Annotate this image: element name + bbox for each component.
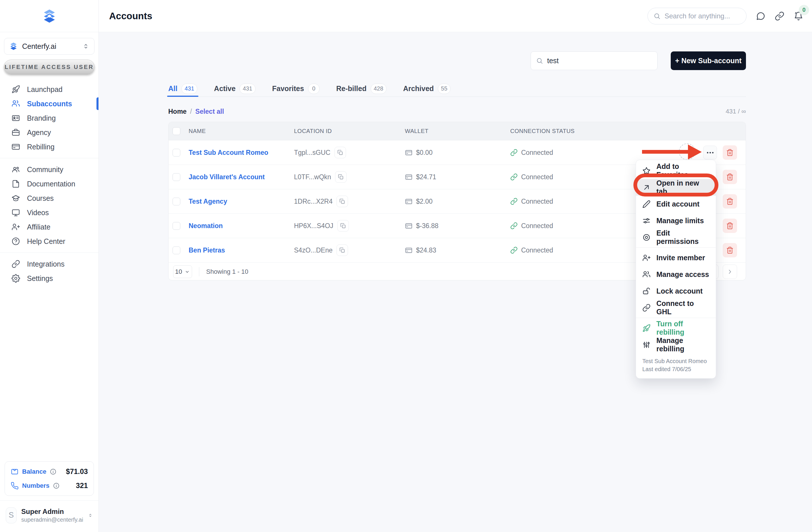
- users-icon: [642, 270, 651, 279]
- accounts-search[interactable]: [531, 52, 657, 70]
- global-search-input[interactable]: [664, 12, 740, 20]
- notifications[interactable]: 0: [794, 11, 803, 21]
- sidebar-item-videos[interactable]: Videos: [0, 205, 99, 220]
- link-icon[interactable]: [775, 11, 784, 21]
- menu-item-add-to-favorites[interactable]: Add to Favorites: [636, 162, 716, 179]
- page-title: Accounts: [109, 11, 152, 21]
- credit-card-icon: [405, 222, 412, 230]
- sidebar-item-agency[interactable]: Agency: [0, 125, 99, 140]
- sidebar-item-settings[interactable]: Settings: [0, 271, 99, 286]
- breadcrumb: Home / Select all 431 / ∞: [168, 106, 746, 116]
- sidebar-item-integrations[interactable]: Integrations: [0, 257, 99, 271]
- row-checkbox[interactable]: [173, 198, 180, 205]
- copy-location-id-button[interactable]: [336, 196, 348, 207]
- graduation-cap-icon: [12, 194, 20, 202]
- select-all-checkbox[interactable]: [173, 127, 180, 135]
- sidebar-item-rebilling[interactable]: Rebilling: [0, 140, 99, 154]
- menu-item-edit-account[interactable]: Edit account: [636, 196, 716, 212]
- account-name-link[interactable]: Ben Pietras: [189, 246, 294, 254]
- sidebar: Centerfy.ai LIFETIME ACCESS USER Launchp…: [0, 0, 99, 532]
- balance-value: $71.03: [66, 468, 88, 476]
- chat-icon[interactable]: [756, 11, 766, 21]
- tab-label: All: [168, 84, 177, 93]
- trash-icon: [726, 173, 734, 181]
- menu-item-manage-rebilling[interactable]: Manage rebilling: [636, 336, 716, 353]
- connected-link-icon: [510, 198, 518, 205]
- menu-divider: [636, 247, 716, 248]
- copy-icon: [337, 149, 344, 156]
- menu-divider: [636, 318, 716, 318]
- connection-status: Connected: [521, 149, 553, 157]
- next-page-button[interactable]: [723, 264, 737, 279]
- copy-location-id-button[interactable]: [334, 147, 346, 158]
- menu-item-invite-member[interactable]: Invite member: [636, 249, 716, 266]
- connected-link-icon: [510, 149, 518, 156]
- delete-account-button[interactable]: [723, 243, 737, 257]
- sidebar-item-launchpad[interactable]: Launchpad: [0, 82, 99, 97]
- tab-count: 0: [308, 84, 320, 94]
- tab-rebilled[interactable]: Re-billed 428: [336, 83, 387, 97]
- sidebar-item-label: Community: [27, 166, 63, 174]
- tab-archived[interactable]: Archived 55: [403, 83, 450, 97]
- workspace-selector[interactable]: Centerfy.ai: [4, 38, 95, 55]
- sidebar-item-affiliate[interactable]: Affiliate: [0, 220, 99, 234]
- menu-item-edit-permissions[interactable]: Edit permissions: [636, 229, 716, 246]
- tab-all[interactable]: All 431: [168, 83, 197, 97]
- credit-card-icon: [405, 149, 412, 157]
- row-checkbox[interactable]: [173, 246, 180, 254]
- connected-link-icon: [510, 246, 518, 254]
- page-size-select[interactable]: 10: [173, 265, 192, 278]
- account-name-link[interactable]: Test Sub Account Romeo: [189, 149, 294, 157]
- account-name-link[interactable]: Test Agency: [189, 198, 294, 205]
- info-icon[interactable]: [53, 482, 60, 489]
- tab-active[interactable]: Active 431: [214, 83, 255, 97]
- delete-account-button[interactable]: [723, 145, 737, 160]
- copy-icon: [338, 174, 344, 180]
- sliders-icon: [642, 217, 651, 225]
- row-checkbox[interactable]: [173, 222, 180, 230]
- copy-icon: [340, 222, 346, 229]
- row-checkbox[interactable]: [173, 173, 180, 181]
- user-plus-icon: [12, 222, 20, 231]
- sidebar-item-community[interactable]: Community: [0, 162, 99, 177]
- breadcrumb-home[interactable]: Home: [168, 108, 187, 115]
- account-stats-card: Balance $71.03 Numbers 321: [4, 461, 94, 496]
- copy-location-id-button[interactable]: [335, 171, 347, 183]
- user-menu[interactable]: S Super Admin superadmin@centerfy.ai: [0, 500, 99, 532]
- info-icon[interactable]: [50, 468, 57, 475]
- menu-item-connect-to-ghl[interactable]: Connect to GHL: [636, 299, 716, 316]
- new-sub-account-button[interactable]: + New Sub-account: [671, 52, 746, 70]
- link-icon: [642, 304, 651, 312]
- select-all-link[interactable]: Select all: [195, 108, 224, 115]
- sidebar-item-help-center[interactable]: Help Center: [0, 234, 99, 248]
- row-checkbox[interactable]: [173, 149, 180, 157]
- menu-item-manage-limits[interactable]: Manage limits: [636, 212, 716, 229]
- copy-location-id-button[interactable]: [337, 220, 349, 231]
- sidebar-item-branding[interactable]: Branding: [0, 111, 99, 125]
- menu-item-open-in-new-tab[interactable]: Open in new tab: [636, 179, 716, 196]
- rocket-icon: [642, 324, 651, 332]
- sidebar-item-documentation[interactable]: Documentation: [0, 177, 99, 191]
- delete-account-button[interactable]: [723, 170, 737, 184]
- global-search[interactable]: [648, 8, 746, 25]
- account-name-link[interactable]: Neomation: [189, 222, 294, 230]
- logo-area: [0, 0, 99, 32]
- sidebar-item-subaccounts[interactable]: Subaccounts: [0, 97, 99, 111]
- account-tabs: All 431 Active 431 Favorites 0 Re-billed…: [168, 83, 746, 97]
- delete-account-button[interactable]: [723, 219, 737, 233]
- copy-location-id-button[interactable]: [336, 244, 348, 256]
- topbar-actions: 0: [648, 8, 803, 25]
- row-actions-button[interactable]: [703, 146, 717, 159]
- menu-item-turn-off-rebilling[interactable]: Turn off rebilling: [636, 320, 716, 336]
- accounts-search-input[interactable]: [547, 57, 652, 65]
- wallet-icon: [11, 468, 19, 476]
- menu-item-label: Manage access: [656, 270, 709, 279]
- delete-account-button[interactable]: [723, 194, 737, 209]
- sidebar-item-courses[interactable]: Courses: [0, 191, 99, 205]
- menu-item-lock-account[interactable]: Lock account: [636, 283, 716, 299]
- trash-icon: [726, 222, 734, 230]
- page-size-value: 10: [175, 268, 182, 275]
- menu-item-manage-access[interactable]: Manage access: [636, 266, 716, 283]
- account-name-link[interactable]: Jacob Villaret's Account: [189, 173, 294, 181]
- tab-favorites[interactable]: Favorites 0: [272, 83, 320, 97]
